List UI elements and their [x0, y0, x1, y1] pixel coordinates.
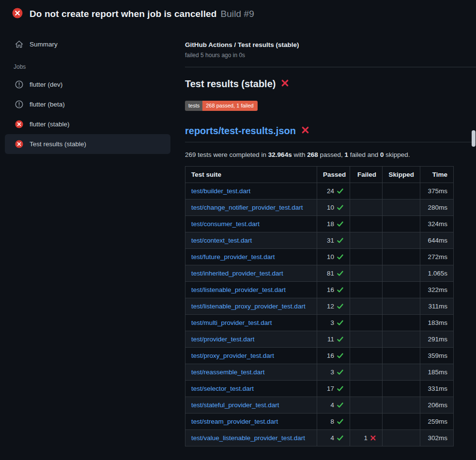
section-title: Test results (stable)	[185, 78, 476, 90]
table-row: test/stateful_provider_test.dart4206ms	[185, 397, 454, 414]
time-cell: 280ms	[420, 199, 454, 216]
suite-cell: test/selector_test.dart	[185, 381, 317, 397]
check-icon	[337, 204, 344, 211]
failed-cell	[350, 183, 383, 199]
suite-cell: test/consumer_test.dart	[185, 216, 317, 232]
sidebar-item-test-results-stable[interactable]: Test results (stable)	[5, 134, 170, 154]
col-passed: Passed	[317, 167, 350, 183]
passed-cell: 24	[317, 183, 350, 199]
table-row: test/selector_test.dart17331ms	[185, 381, 454, 397]
sidebar-item-summary[interactable]: Summary	[0, 35, 185, 53]
check-icon	[337, 385, 344, 392]
failed-cell	[350, 331, 383, 348]
results-table: Test suite Passed Failed Skipped Time te…	[185, 166, 454, 446]
check-icon	[337, 368, 344, 376]
suite-cell: test/context_test.dart	[185, 232, 317, 249]
test-suite-link[interactable]: test/stateful_provider_test.dart	[191, 401, 279, 409]
page-header: Do not create report when job is cancell…	[0, 0, 476, 24]
suite-cell: test/change_notifier_provider_test.dart	[185, 199, 317, 216]
test-suite-link[interactable]: test/future_provider_test.dart	[191, 253, 275, 261]
check-icon	[337, 187, 344, 195]
sidebar: Summary Jobs flutter (dev) flutter (beta…	[0, 24, 185, 154]
failed-cell	[350, 265, 383, 282]
table-row: test/stream_provider_test.dart8259ms	[185, 414, 454, 430]
col-test-suite: Test suite	[185, 167, 317, 183]
time-cell: 359ms	[420, 348, 454, 364]
time-cell: 272ms	[420, 249, 454, 265]
check-icon	[337, 270, 344, 277]
skipped-cell	[383, 364, 420, 381]
suite-cell: test/future_provider_test.dart	[185, 249, 317, 265]
suite-cell: test/stateful_provider_test.dart	[185, 397, 317, 414]
check-icon	[337, 319, 344, 326]
passed-cell: 18	[317, 216, 350, 232]
test-suite-link[interactable]: test/selector_test.dart	[191, 385, 254, 392]
sidebar-item-flutter-beta[interactable]: flutter (beta)	[5, 94, 170, 114]
test-suite-link[interactable]: test/context_test.dart	[191, 237, 252, 244]
jobs-heading: Jobs	[0, 53, 185, 75]
table-row: test/context_test.dart31644ms	[185, 232, 454, 249]
skipped-cell	[383, 331, 420, 348]
passed-cell: 4	[317, 430, 350, 446]
test-suite-link[interactable]: test/builder_test.dart	[191, 187, 250, 195]
failed-cell	[350, 298, 383, 315]
failed-cell	[350, 414, 383, 430]
skipped-cell	[383, 315, 420, 331]
time-cell: 375ms	[420, 183, 454, 199]
warning-circle-icon	[15, 100, 23, 108]
build-number: Build #9	[220, 9, 254, 19]
skipped-cell	[383, 199, 420, 216]
summary-skipped-count: 0	[380, 151, 384, 158]
passed-cell: 10	[317, 199, 350, 216]
check-icon	[337, 418, 344, 425]
time-cell: 644ms	[420, 232, 454, 249]
test-suite-link[interactable]: test/consumer_test.dart	[191, 220, 260, 228]
suite-cell: test/listenable_proxy_provider_test.dart	[185, 298, 317, 315]
failed-cell	[350, 364, 383, 381]
table-row: test/proxy_provider_test.dart16359ms	[185, 348, 454, 364]
report-title: reports/test-results.json	[185, 125, 476, 142]
col-time: Time	[420, 167, 454, 183]
failed-circle-icon	[15, 140, 23, 148]
passed-cell: 3	[317, 364, 350, 381]
tests-status-badge: tests 268 passed, 1 failed	[185, 101, 258, 111]
suite-cell: test/inherited_provider_test.dart	[185, 265, 317, 282]
test-suite-link[interactable]: test/multi_provider_test.dart	[191, 319, 272, 326]
failed-cell: 1	[350, 430, 383, 446]
time-cell: 183ms	[420, 315, 454, 331]
test-suite-link[interactable]: test/value_listenable_provider_test.dart	[191, 434, 305, 442]
test-suite-link[interactable]: test/inherited_provider_test.dart	[191, 270, 283, 277]
run-status-line: failed 5 hours ago in 0s	[185, 52, 476, 59]
test-suite-link[interactable]: test/stream_provider_test.dart	[191, 418, 278, 425]
test-suite-link[interactable]: test/proxy_provider_test.dart	[191, 352, 274, 359]
time-cell: 1.065s	[420, 265, 454, 282]
failed-cell	[350, 199, 383, 216]
passed-cell: 17	[317, 381, 350, 397]
failed-circle-icon	[12, 8, 23, 20]
skipped-cell	[383, 265, 420, 282]
failed-circle-icon	[15, 120, 23, 128]
table-row: test/future_provider_test.dart10272ms	[185, 249, 454, 265]
report-file-link[interactable]: reports/test-results.json	[185, 125, 296, 137]
skipped-cell	[383, 249, 420, 265]
job-label: flutter (stable)	[30, 121, 70, 128]
test-suite-link[interactable]: test/reassemble_test.dart	[191, 368, 265, 376]
sidebar-item-flutter-dev[interactable]: flutter (dev)	[5, 75, 170, 94]
test-suite-link[interactable]: test/listenable_provider_test.dart	[191, 286, 286, 293]
check-icon	[337, 303, 344, 310]
vertical-scrollbar-thumb[interactable]	[472, 130, 476, 147]
test-suite-link[interactable]: test/provider_test.dart	[191, 336, 255, 343]
check-icon	[337, 220, 344, 228]
time-cell: 311ms	[420, 298, 454, 315]
test-suite-link[interactable]: test/change_notifier_provider_test.dart	[191, 204, 303, 211]
warning-circle-icon	[15, 80, 23, 89]
suite-cell: test/provider_test.dart	[185, 331, 317, 348]
sidebar-item-flutter-stable[interactable]: flutter (stable)	[5, 114, 170, 134]
time-cell: 185ms	[420, 364, 454, 381]
sidebar-summary-label: Summary	[30, 41, 58, 48]
section-title-text: Test results (stable)	[185, 78, 276, 90]
test-suite-link[interactable]: test/listenable_proxy_provider_test.dart	[191, 303, 306, 310]
failed-cell	[350, 381, 383, 397]
passed-cell: 10	[317, 249, 350, 265]
passed-cell: 8	[317, 414, 350, 430]
